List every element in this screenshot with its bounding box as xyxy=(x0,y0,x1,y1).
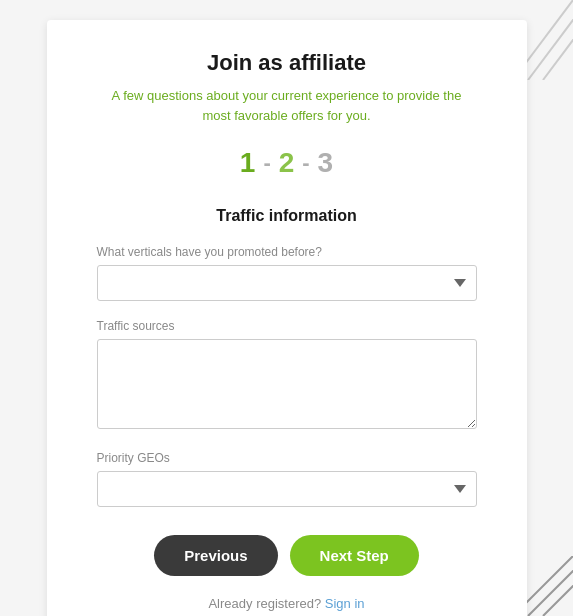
step-1: 1 xyxy=(240,147,256,179)
verticals-select[interactable]: Dating Finance Gaming Health Travel xyxy=(97,265,477,301)
priority-geos-group: Priority GEOs USA Europe Asia Global xyxy=(97,451,477,507)
subtitle-text: A few questions about your current exper… xyxy=(112,88,462,123)
svg-line-4 xyxy=(528,556,573,616)
traffic-sources-textarea[interactable] xyxy=(97,339,477,429)
step-indicator: 1 - 2 - 3 xyxy=(97,147,477,179)
already-registered-text: Already registered? xyxy=(208,596,321,611)
verticals-group: What verticals have you promoted before?… xyxy=(97,245,477,301)
section-title: Traffic information xyxy=(97,207,477,225)
next-step-button[interactable]: Next Step xyxy=(290,535,419,576)
step-2: 2 xyxy=(279,147,295,179)
page-title: Join as affiliate xyxy=(97,50,477,76)
previous-button[interactable]: Previous xyxy=(154,535,277,576)
step-sep-1: - xyxy=(263,150,270,176)
main-card: Join as affiliate A few questions about … xyxy=(47,20,527,616)
priority-geos-select[interactable]: USA Europe Asia Global xyxy=(97,471,477,507)
sign-in-link[interactable]: Sign in xyxy=(325,596,365,611)
step-3: 3 xyxy=(318,147,334,179)
traffic-sources-group: Traffic sources xyxy=(97,319,477,433)
subtitle-highlight: for you. xyxy=(327,108,370,123)
priority-geos-label: Priority GEOs xyxy=(97,451,477,465)
traffic-sources-label: Traffic sources xyxy=(97,319,477,333)
svg-line-1 xyxy=(528,0,573,80)
footer-text: Already registered? Sign in xyxy=(97,596,477,611)
button-row: Previous Next Step xyxy=(97,535,477,576)
verticals-label: What verticals have you promoted before? xyxy=(97,245,477,259)
page-wrapper: Join as affiliate A few questions about … xyxy=(0,0,573,616)
subtitle: A few questions about your current exper… xyxy=(97,86,477,125)
step-sep-2: - xyxy=(302,150,309,176)
